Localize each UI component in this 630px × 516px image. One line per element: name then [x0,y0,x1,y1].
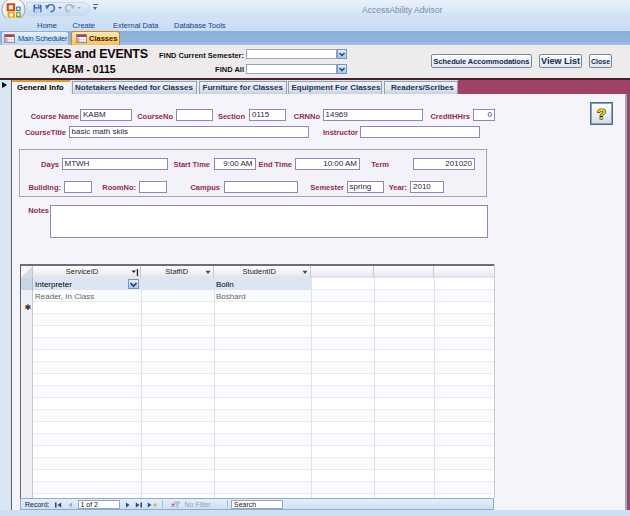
svg-text:?: ? [597,105,606,122]
